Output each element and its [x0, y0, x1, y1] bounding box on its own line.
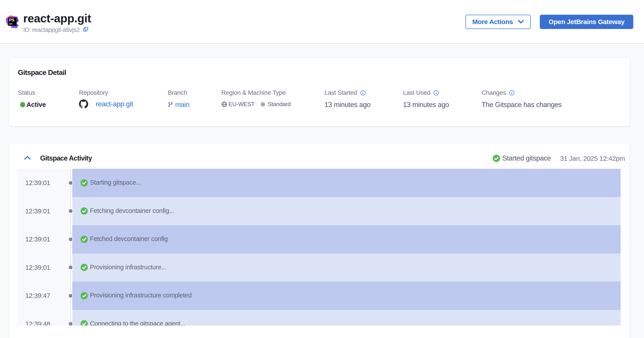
svg-text:PS: PS — [9, 18, 14, 22]
